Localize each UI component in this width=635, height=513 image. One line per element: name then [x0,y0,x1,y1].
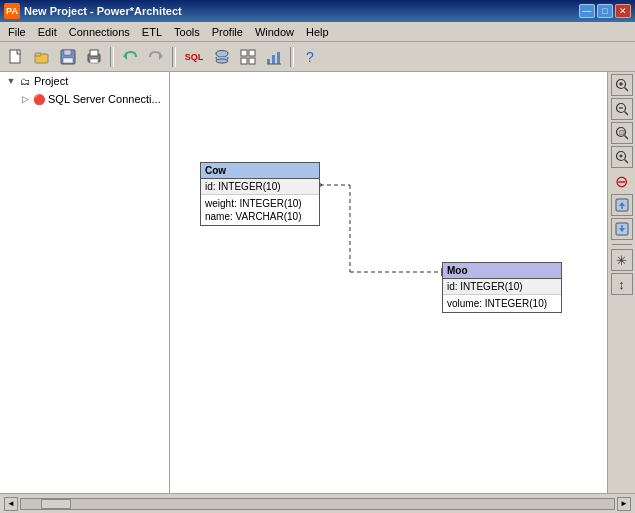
new-button[interactable] [4,45,28,69]
zoom-fit-button[interactable]: ⊡ [611,122,633,144]
er-table-cow-pk: id: INTEGER(10) [201,179,319,195]
menu-etl[interactable]: ETL [136,24,168,40]
db-icon: 🔴 [32,92,46,106]
select-tool-button[interactable]: ✳ [611,249,633,271]
svg-line-39 [624,160,628,164]
title-bar-left: PA New Project - Power*Architect [4,3,182,19]
svg-rect-16 [249,58,255,64]
svg-rect-14 [249,50,255,56]
svg-rect-7 [90,50,98,56]
minimize-button[interactable]: — [579,4,595,18]
svg-rect-4 [64,50,71,55]
help-button[interactable]: ? [298,45,322,69]
tree-item-db[interactable]: ▷ 🔴 SQL Server Connecti... [0,90,169,108]
svg-point-42 [620,155,622,157]
svg-rect-13 [241,50,247,56]
zoom-out-button[interactable] [611,98,633,120]
svg-rect-2 [35,53,41,56]
tree-label-project: Project [34,75,68,87]
er-table-moo-header: Moo [443,263,561,279]
import-button[interactable] [611,218,633,240]
menu-file[interactable]: File [2,24,32,40]
svg-line-29 [624,88,628,92]
zoom-reset-button[interactable] [611,146,633,168]
app-icon: PA [4,3,20,19]
compare-button[interactable] [236,45,260,69]
er-table-cow-fields: weight: INTEGER(10) name: VARCHAR(10) [201,195,319,225]
undo-button[interactable] [118,45,142,69]
menu-bar: File Edit Connections ETL Tools Profile … [0,22,635,42]
svg-rect-15 [241,58,247,64]
scrollbar-area: ◄ ► [4,497,631,511]
svg-point-12 [216,59,228,63]
toolbar-sep-2 [172,47,176,67]
svg-rect-18 [272,55,275,64]
menu-window[interactable]: Window [249,24,300,40]
tree-toggle-db[interactable]: ▷ [18,92,32,106]
er-table-moo-pk: id: INTEGER(10) [443,279,561,295]
er-table-moo[interactable]: Moo id: INTEGER(10) volume: INTEGER(10) [442,262,562,313]
toolbar: SQL ? [0,42,635,72]
menu-help[interactable]: Help [300,24,335,40]
er-field-cow-weight: weight: INTEGER(10) [205,197,315,210]
svg-rect-19 [277,52,280,64]
right-panel-sep [612,244,632,245]
title-bar: PA New Project - Power*Architect — □ ✕ [0,0,635,22]
right-panel: ⊡ ⊖ ✳ ↕ [607,72,635,493]
er-table-moo-fields: volume: INTEGER(10) [443,295,561,312]
project-icon: 🗂 [18,74,32,88]
print-button[interactable] [82,45,106,69]
export-button[interactable] [611,194,633,216]
left-panel: ▼ 🗂 Project ▷ 🔴 SQL Server Connecti... [0,72,170,493]
scroll-track[interactable] [20,498,615,510]
svg-text:⊡: ⊡ [618,129,624,136]
sql-button[interactable]: SQL [180,45,208,69]
menu-connections[interactable]: Connections [63,24,136,40]
close-button[interactable]: ✕ [615,4,631,18]
db-button[interactable] [210,45,234,69]
scroll-thumb[interactable] [41,499,71,509]
er-table-cow-header: Cow [201,163,319,179]
tree-label-db: SQL Server Connecti... [48,93,161,105]
svg-rect-5 [63,58,73,63]
pointer-tool-button[interactable]: ↕ [611,273,633,295]
chart-button[interactable] [262,45,286,69]
er-field-moo-volume: volume: INTEGER(10) [447,297,557,310]
svg-line-36 [624,136,628,140]
menu-profile[interactable]: Profile [206,24,249,40]
title-bar-controls: — □ ✕ [579,4,631,18]
canvas-area[interactable]: Cow id: INTEGER(10) weight: INTEGER(10) … [170,72,607,493]
er-field-cow-name: name: VARCHAR(10) [205,210,315,223]
status-bar: ◄ ► [0,493,635,513]
tree-toggle-project[interactable]: ▼ [4,74,18,88]
toolbar-sep-3 [290,47,294,67]
tree-item-project[interactable]: ▼ 🗂 Project [0,72,169,90]
scroll-left-button[interactable]: ◄ [4,497,18,511]
menu-edit[interactable]: Edit [32,24,63,40]
delete-button[interactable]: ⊖ [611,170,633,192]
redo-button[interactable] [144,45,168,69]
toolbar-sep-1 [110,47,114,67]
open-button[interactable] [30,45,54,69]
menu-tools[interactable]: Tools [168,24,206,40]
main-area: ▼ 🗂 Project ▷ 🔴 SQL Server Connecti... [0,72,635,493]
maximize-button[interactable]: □ [597,4,613,18]
save-button[interactable] [56,45,80,69]
scroll-right-button[interactable]: ► [617,497,631,511]
svg-line-33 [624,112,628,116]
svg-rect-8 [90,59,98,63]
window-title: New Project - Power*Architect [24,5,182,17]
er-table-cow[interactable]: Cow id: INTEGER(10) weight: INTEGER(10) … [200,162,320,226]
svg-rect-17 [267,59,270,64]
zoom-in-button[interactable] [611,74,633,96]
